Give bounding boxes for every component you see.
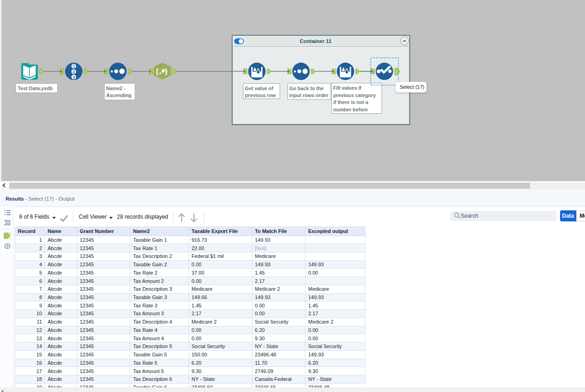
svg-text:Fill values if: Fill values if <box>333 85 361 91</box>
svg-text:input rows order: input rows order <box>289 92 329 98</box>
svg-text:Name2 -: Name2 - <box>106 86 126 91</box>
svg-text:Get value of: Get value of <box>245 86 274 91</box>
svg-text:Ascending: Ascending <box>106 92 132 98</box>
svg-text:number before: number before <box>333 107 368 112</box>
svg-text:2: 2 <box>73 69 75 74</box>
svg-text:previous row: previous row <box>245 92 276 98</box>
svg-text:Test Data.yxdb: Test Data.yxdb <box>18 86 53 91</box>
svg-text:(: ( <box>156 67 159 75</box>
svg-text:?: ? <box>6 244 8 249</box>
svg-text:): ) <box>165 67 168 75</box>
svg-text:Select (17): Select (17) <box>400 84 424 90</box>
svg-text:Container 11: Container 11 <box>299 38 332 44</box>
svg-text:if there is not a: if there is not a <box>333 99 369 105</box>
svg-text:Go back to the: Go back to the <box>289 86 323 91</box>
svg-text:3: 3 <box>73 75 75 80</box>
svg-text:previous category: previous category <box>333 92 376 98</box>
svg-text:1: 1 <box>73 64 75 68</box>
